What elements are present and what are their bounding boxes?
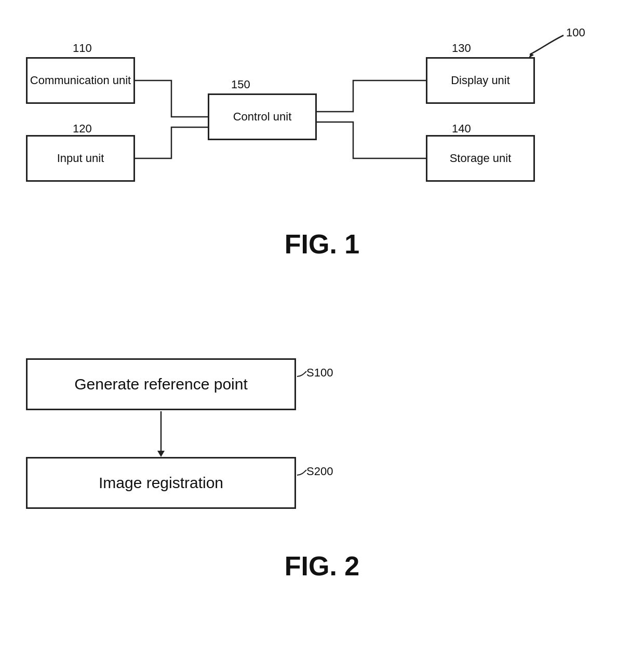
ref-s200: S200 [306, 465, 333, 478]
ref-120: 120 [73, 122, 92, 136]
communication-unit-box: Communication unit [26, 57, 135, 104]
ref-s100: S100 [306, 366, 333, 380]
storage-unit-box: Storage unit [426, 135, 535, 182]
page: 110 120 150 130 140 100 Communication un… [0, 0, 644, 647]
input-unit-label: Input unit [57, 151, 104, 166]
display-unit-label: Display unit [451, 73, 510, 88]
control-unit-box: Control unit [208, 93, 317, 140]
ref-130: 130 [452, 42, 471, 55]
image-registration-box: Image registration [26, 457, 296, 509]
input-unit-box: Input unit [26, 135, 135, 182]
ref-110: 110 [73, 42, 92, 55]
svg-marker-1 [157, 451, 165, 457]
communication-unit-label: Communication unit [30, 73, 131, 88]
control-unit-label: Control unit [233, 110, 292, 125]
generate-reference-box: Generate reference point [26, 358, 296, 410]
ref-150: 150 [231, 78, 250, 91]
fig2-container: Generate reference point Image registrat… [0, 338, 644, 628]
fig1-label: FIG. 1 [0, 228, 644, 260]
storage-unit-label: Storage unit [450, 151, 512, 166]
generate-reference-label: Generate reference point [74, 375, 248, 393]
display-unit-box: Display unit [426, 57, 535, 104]
image-registration-label: Image registration [99, 474, 223, 492]
fig2-label: FIG. 2 [0, 550, 644, 582]
ref-100: 100 [566, 26, 585, 39]
ref-140: 140 [452, 122, 471, 136]
